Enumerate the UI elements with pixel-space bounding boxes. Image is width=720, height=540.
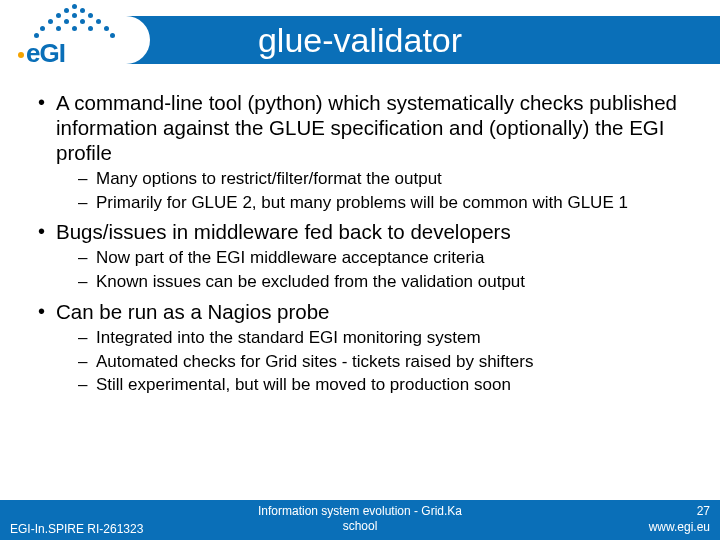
bullet-level1: A command-line tool (python) which syste…	[34, 90, 692, 165]
bullet-level2: Integrated into the standard EGI monitor…	[34, 328, 692, 349]
slide-content: A command-line tool (python) which syste…	[0, 76, 720, 396]
page-number: 27	[697, 504, 710, 518]
footer-center-line2: school	[343, 519, 378, 533]
bullet-level2: Still experimental, but will be moved to…	[34, 375, 692, 396]
slide-header: glue-validator eGI	[0, 0, 720, 76]
egi-logo: eGI	[6, 2, 136, 70]
bullet-level1: Can be run as a Nagios probe	[34, 299, 692, 324]
bullet-level2: Primarily for GLUE 2, but many problems …	[34, 193, 692, 214]
bullet-level2: Now part of the EGI middleware acceptanc…	[34, 248, 692, 269]
footer-center-line1: Information system evolution - Grid.Ka	[258, 504, 462, 518]
footer-center: Information system evolution - Grid.Ka s…	[0, 504, 720, 534]
bullet-level2: Many options to restrict/filter/format t…	[34, 169, 692, 190]
bullet-level2: Known issues can be excluded from the va…	[34, 272, 692, 293]
bullet-level2: Automated checks for Grid sites - ticket…	[34, 352, 692, 373]
logo-dots-icon	[24, 4, 124, 38]
slide-footer: EGI-In.SPIRE RI-261323 Information syste…	[0, 500, 720, 540]
footer-url: www.egi.eu	[649, 520, 710, 534]
footer-right: 27 www.egi.eu	[649, 504, 710, 535]
logo-text: eGI	[18, 38, 65, 69]
logo-text-label: eGI	[26, 38, 65, 68]
bullet-level1: Bugs/issues in middleware fed back to de…	[34, 219, 692, 244]
